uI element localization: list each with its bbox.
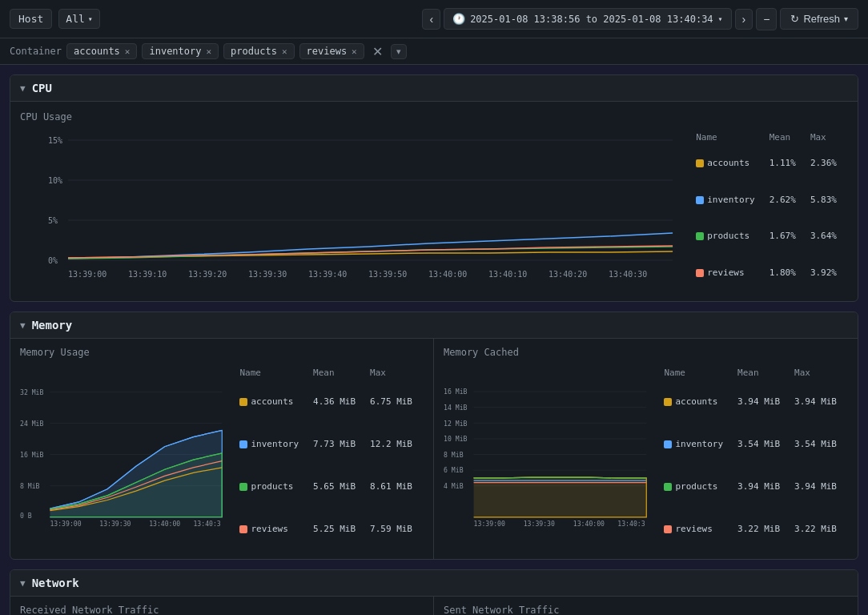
cpu-chart-title: CPU Usage <box>20 111 848 123</box>
svg-text:13:39:50: 13:39:50 <box>368 270 407 279</box>
remove-products-button[interactable]: ✕ <box>282 46 287 57</box>
filter-tag-accounts-label: accounts <box>74 46 120 57</box>
cpu-legend-row: accounts 1.11% 2.36% <box>693 146 846 181</box>
svg-text:13:40:20: 13:40:20 <box>549 270 587 279</box>
time-dropdown-icon: ▾ <box>718 14 723 23</box>
cpu-legend-max: 3.64% <box>807 219 846 254</box>
cpu-legend-mean: 2.62% <box>766 183 806 218</box>
mu-legend-max: 12.2 MiB <box>367 424 422 464</box>
mc-legend-max: 3.94 MiB <box>791 466 846 507</box>
mu-mean-header: Mean <box>310 366 365 380</box>
cpu-legend-name: accounts <box>693 146 765 181</box>
svg-text:13:40:30: 13:40:30 <box>609 270 647 279</box>
clear-filters-button[interactable]: ✕ <box>369 44 386 59</box>
filter-tag-accounts: accounts ✕ <box>66 43 137 59</box>
mu-legend-name: inventory <box>236 424 308 464</box>
svg-text:12 MiB: 12 MiB <box>444 420 468 428</box>
svg-text:8 MiB: 8 MiB <box>20 482 40 490</box>
mu-legend-mean: 5.25 MiB <box>310 508 365 549</box>
mc-max-header: Max <box>791 366 846 380</box>
cpu-legend-mean: 1.11% <box>766 146 806 181</box>
main-content: ▼ CPU CPU Usage 15% 10% 5% 0% <box>0 65 868 615</box>
cpu-legend-row: inventory 2.62% 5.83% <box>693 183 846 218</box>
time-navigation: ‹ 🕐 2025-01-08 13:38:56 to 2025-01-08 13… <box>422 8 858 30</box>
filter-tag-reviews-label: reviews <box>307 46 348 57</box>
memory-section-title: Memory <box>32 319 73 332</box>
mc-legend-name: products <box>661 466 733 507</box>
cpu-collapse-icon: ▼ <box>20 83 26 94</box>
memory-usage-panel: Memory Usage 32 MiB 24 MiB 16 MiB 8 MiB … <box>10 339 434 559</box>
sent-traffic-title: Sent Network Traffic <box>444 605 848 615</box>
mc-name-header: Name <box>661 366 733 380</box>
filter-tag-products: products ✕ <box>223 43 294 59</box>
mc-legend-max: 3.22 MiB <box>791 508 846 549</box>
memory-section-header[interactable]: ▼ Memory <box>10 312 858 339</box>
cpu-chart-svg-area: 15% 10% 5% 0% <box>20 129 685 291</box>
sent-traffic-panel: Sent Network Traffic <box>434 597 858 615</box>
svg-text:13:39:00: 13:39:00 <box>474 520 505 528</box>
mc-legend-name: accounts <box>661 381 733 422</box>
mc-legend-max: 3.54 MiB <box>791 424 846 464</box>
cpu-legend-max: 3.92% <box>807 255 846 291</box>
filter-expand-button[interactable]: ▾ <box>391 44 407 59</box>
mu-legend-mean: 4.36 MiB <box>310 381 365 422</box>
svg-text:24 MiB: 24 MiB <box>20 420 43 428</box>
mu-name-header: Name <box>236 366 308 380</box>
cpu-legend-row: products 1.67% 3.64% <box>693 219 846 254</box>
mc-legend-name: reviews <box>661 508 733 549</box>
all-dropdown[interactable]: All ▾ <box>58 9 100 29</box>
refresh-label: Refresh <box>803 13 840 25</box>
cpu-legend-max: 5.83% <box>807 183 846 218</box>
svg-text:15%: 15% <box>48 136 62 145</box>
cpu-legend-table: Name Mean Max accounts 1.11% 2.36% inven… <box>691 129 848 291</box>
received-traffic-panel: Received Network Traffic <box>10 597 434 615</box>
network-charts-double: Received Network Traffic Sent Network Tr… <box>10 597 858 615</box>
network-section-header[interactable]: ▼ Network <box>10 570 858 597</box>
cpu-chart-container: CPU Usage 15% 10% 5% 0% <box>10 102 858 301</box>
memory-usage-title: Memory Usage <box>20 347 424 358</box>
remove-inventory-button[interactable]: ✕ <box>206 46 211 57</box>
zoom-out-button[interactable]: − <box>756 8 777 30</box>
next-time-button[interactable]: › <box>735 9 753 30</box>
cpu-legend-name-header: Name <box>693 131 765 144</box>
memory-usage-svg: 32 MiB 24 MiB 16 MiB 8 MiB 0 B <box>20 364 228 549</box>
mc-legend-mean: 3.94 MiB <box>734 466 790 507</box>
mc-legend-name: inventory <box>661 424 733 464</box>
cpu-section-header[interactable]: ▼ CPU <box>10 75 858 102</box>
mu-legend-name: products <box>236 466 308 507</box>
svg-text:13:40:3: 13:40:3 <box>617 520 645 528</box>
time-range-display: 🕐 2025-01-08 13:38:56 to 2025-01-08 13:4… <box>444 8 731 30</box>
mu-legend-mean: 7.73 MiB <box>310 424 365 464</box>
svg-text:0 B: 0 B <box>20 512 32 520</box>
mu-legend-name: reviews <box>236 508 308 549</box>
host-badge: Host <box>10 9 52 29</box>
mc-legend-max: 3.94 MiB <box>791 381 846 422</box>
cpu-legend-max-header: Max <box>807 131 846 144</box>
filter-tag-inventory: inventory ✕ <box>142 43 219 59</box>
mc-mean-header: Mean <box>734 366 790 380</box>
remove-reviews-button[interactable]: ✕ <box>352 46 357 57</box>
network-section-title: Network <box>32 577 79 589</box>
mc-legend-mean: 3.94 MiB <box>734 381 790 422</box>
chevron-down-icon: ▾ <box>88 14 93 23</box>
svg-text:6 MiB: 6 MiB <box>444 466 464 474</box>
mu-legend-name: accounts <box>236 381 308 422</box>
toolbar: Host All ▾ ‹ 🕐 2025-01-08 13:38:56 to 20… <box>0 0 868 38</box>
svg-text:13:39:30: 13:39:30 <box>99 520 131 528</box>
network-section: ▼ Network Received Network Traffic Sent … <box>10 569 858 615</box>
mu-legend-max: 7.59 MiB <box>367 508 422 549</box>
memory-usage-svg-area: 32 MiB 24 MiB 16 MiB 8 MiB 0 B <box>20 364 228 551</box>
cpu-legend-mean: 1.80% <box>766 255 806 291</box>
cpu-section: ▼ CPU CPU Usage 15% 10% 5% 0% <box>10 74 858 302</box>
cpu-chart-svg: 15% 10% 5% 0% <box>20 129 685 289</box>
refresh-button[interactable]: ↻ Refresh ▾ <box>780 8 858 30</box>
svg-text:13:39:00: 13:39:00 <box>50 520 81 528</box>
memory-cached-legend-row: accounts 3.94 MiB 3.94 MiB <box>661 381 846 422</box>
mc-legend-mean: 3.54 MiB <box>734 424 790 464</box>
remove-accounts-button[interactable]: ✕ <box>125 46 131 57</box>
memory-section: ▼ Memory Memory Usage 32 MiB 24 MiB 16 M… <box>10 312 858 560</box>
memory-usage-legend-row: products 5.65 MiB 8.61 MiB <box>236 466 422 507</box>
prev-time-button[interactable]: ‹ <box>422 9 440 30</box>
cpu-legend-mean-header: Mean <box>766 131 806 144</box>
mu-max-header: Max <box>367 366 422 380</box>
